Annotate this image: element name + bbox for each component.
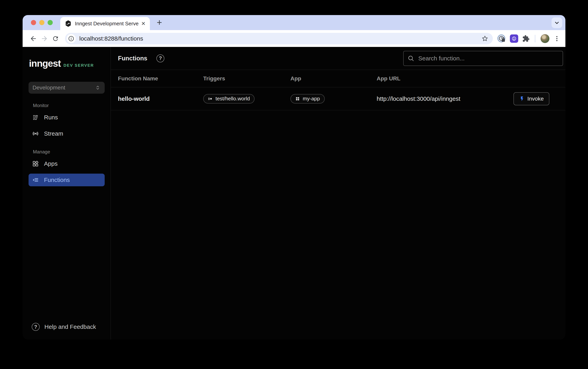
app-grid-icon	[295, 96, 300, 101]
inngest-favicon-icon	[65, 20, 72, 27]
sidebar-spacer	[23, 186, 111, 323]
column-header-triggers: Triggers	[203, 75, 290, 82]
app-url-cell[interactable]: http://localhost:3000/api/inngest	[377, 95, 514, 102]
forward-arrow-icon	[41, 35, 48, 42]
dev-server-badge: DEV SERVER	[63, 63, 94, 68]
apps-icon	[32, 160, 39, 167]
sidebar-item-apps[interactable]: Apps	[23, 157, 111, 170]
close-window-button[interactable]	[31, 20, 36, 25]
runs-icon	[32, 114, 39, 121]
sidebar-item-runs[interactable]: Runs	[23, 111, 111, 124]
invoke-button[interactable]: Invoke	[514, 92, 549, 105]
table-row[interactable]: hello-world test/hello.world	[111, 87, 565, 110]
sidebar-item-label: Runs	[44, 114, 58, 121]
environment-selector[interactable]: Development	[29, 82, 105, 94]
logo-row: inngest DEV SERVER	[23, 58, 111, 69]
event-trigger-icon	[208, 96, 213, 101]
app-badge[interactable]: my-app	[290, 94, 325, 104]
sidebar-item-label: Stream	[44, 130, 63, 137]
sidebar-section-monitor: Monitor	[23, 103, 111, 108]
app-label: my-app	[303, 96, 320, 102]
site-info-button[interactable]	[67, 34, 76, 43]
app-content: inngest DEV SERVER Development Monitor	[23, 47, 565, 339]
sidebar: inngest DEV SERVER Development Monitor	[23, 47, 111, 339]
search-box[interactable]	[403, 51, 563, 66]
help-icon: ?	[32, 323, 40, 331]
functions-icon	[32, 177, 39, 183]
sidebar-section-manage: Manage	[23, 150, 111, 154]
stream-icon	[32, 130, 39, 137]
column-header-function-name: Function Name	[118, 75, 203, 82]
sidebar-item-label: Apps	[44, 160, 57, 167]
window-controls	[31, 20, 53, 25]
address-bar[interactable]: localhost:8288/functions	[65, 33, 493, 44]
minimize-window-button[interactable]	[39, 20, 44, 25]
sidebar-item-functions[interactable]: Functions	[29, 174, 105, 186]
password-manager-extension-icon[interactable]	[497, 34, 506, 43]
search-icon	[408, 55, 414, 62]
help-and-feedback-button[interactable]: ? Help and Feedback	[23, 323, 111, 339]
table-header: Function Name Triggers App App URL	[111, 70, 565, 87]
zoom-window-button[interactable]	[48, 20, 53, 25]
search-input[interactable]	[418, 55, 559, 62]
sidebar-item-stream[interactable]: Stream	[23, 127, 111, 140]
trigger-badge[interactable]: test/hello.world	[203, 94, 254, 104]
reload-button[interactable]	[50, 33, 61, 44]
browser-toolbar: localhost:8288/functions	[23, 30, 565, 47]
tab-close-icon[interactable]: ✕	[141, 20, 146, 27]
new-tab-button[interactable]: +	[155, 18, 164, 27]
browser-extension-icon[interactable]	[510, 34, 518, 43]
inngest-logo: inngest	[29, 58, 61, 69]
info-icon	[68, 36, 74, 41]
extension-area	[497, 34, 560, 43]
tab-search-chevron-button[interactable]	[552, 17, 562, 28]
browser-tab[interactable]: Inngest Development Server ✕	[60, 17, 150, 30]
main-panel: Functions ? Function Name Triggers App A…	[111, 47, 565, 339]
column-header-app-url: App URL	[377, 75, 514, 82]
forward-button[interactable]	[39, 33, 50, 44]
invoke-label: Invoke	[527, 96, 544, 102]
environment-selector-value: Development	[32, 85, 65, 91]
bookmark-star-icon[interactable]	[481, 35, 488, 42]
tab-strip: Inngest Development Server ✕ +	[23, 15, 565, 30]
back-button[interactable]	[28, 33, 39, 44]
functions-help-icon[interactable]: ?	[157, 54, 164, 62]
browser-window: Inngest Development Server ✕ +	[23, 15, 565, 339]
help-label: Help and Feedback	[44, 323, 96, 330]
function-name-cell[interactable]: hello-world	[118, 95, 203, 102]
lightning-bolt-icon	[519, 96, 525, 101]
trigger-label: test/hello.world	[216, 96, 250, 102]
extensions-puzzle-icon[interactable]	[522, 35, 530, 42]
toolbar-divider	[535, 35, 535, 42]
main-header: Functions ?	[111, 47, 565, 70]
page-title: Functions	[118, 55, 147, 62]
back-arrow-icon	[30, 35, 37, 42]
chevron-down-icon	[554, 20, 560, 26]
tab-title: Inngest Development Server	[75, 20, 139, 27]
column-header-app: App	[290, 75, 377, 82]
profile-avatar[interactable]	[540, 34, 549, 43]
sidebar-item-label: Functions	[44, 177, 70, 183]
chevron-up-down-icon	[95, 85, 101, 91]
kebab-menu-icon[interactable]	[554, 35, 560, 42]
url-text[interactable]: localhost:8288/functions	[79, 35, 481, 42]
reload-icon	[52, 35, 59, 42]
